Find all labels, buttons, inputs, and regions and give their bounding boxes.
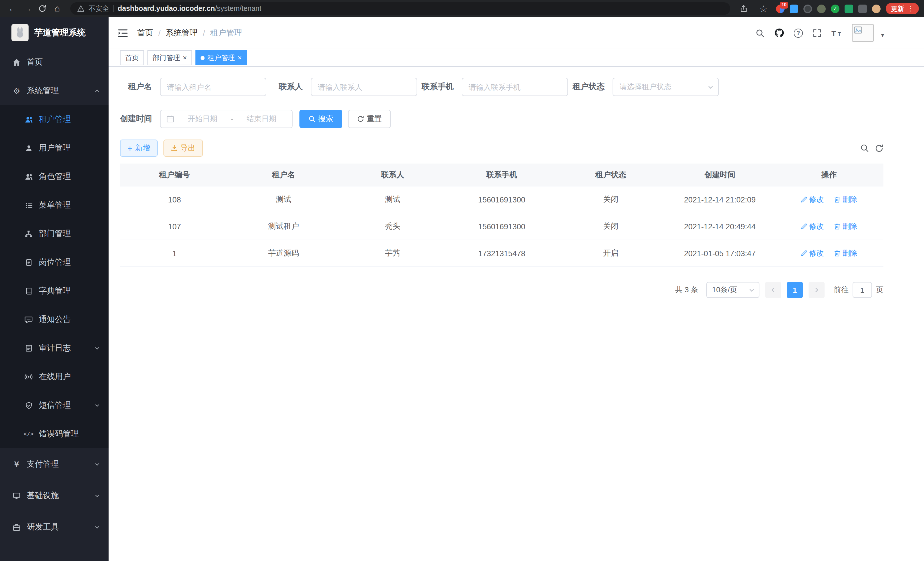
sidebar-item-tenant[interactable]: 租户管理 xyxy=(0,105,109,134)
github-icon[interactable] xyxy=(774,28,784,38)
bookmark-star-icon[interactable]: ☆ xyxy=(756,1,771,16)
reset-button-label: 重置 xyxy=(367,114,382,124)
extension-icon-6[interactable] xyxy=(844,4,853,13)
fullscreen-icon[interactable] xyxy=(813,28,822,38)
tenant-name-input[interactable] xyxy=(160,78,266,96)
tab-label: 租户管理 xyxy=(207,53,235,63)
cell-id: 1 xyxy=(120,249,229,258)
next-page-button[interactable] xyxy=(808,282,825,298)
sidebar-item-devtools[interactable]: 研发工具 xyxy=(0,511,109,543)
col-header: 操作 xyxy=(774,170,884,180)
help-icon[interactable]: ? xyxy=(794,28,803,38)
search-button[interactable]: 搜索 xyxy=(299,110,342,128)
close-icon[interactable]: × xyxy=(238,54,242,61)
extension-icon-1[interactable]: 10 xyxy=(776,4,784,13)
main: 首页 / 系统管理 / 租户管理 ? xyxy=(109,17,924,561)
date-range-picker[interactable]: 开始日期 - 结束日期 xyxy=(160,110,292,128)
tab-dept[interactable]: 部门管理 × xyxy=(147,50,192,65)
extension-icon-2[interactable] xyxy=(790,4,798,13)
pagination: 共 3 条 10条/页 1 前往 页 xyxy=(120,282,884,298)
goto-page-input[interactable] xyxy=(853,282,872,298)
sidebar-item-system[interactable]: ⚙ 系统管理 xyxy=(0,77,109,105)
sidebar-item-infra[interactable]: 基础设施 xyxy=(0,480,109,511)
delete-link[interactable]: 删除 xyxy=(834,248,857,259)
sidebar-item-audit-log[interactable]: 审计日志 xyxy=(0,334,109,362)
sidebar-item-post[interactable]: 岗位管理 xyxy=(0,248,109,277)
avatar[interactable] xyxy=(852,24,874,42)
tab-tenant[interactable]: 租户管理 × xyxy=(195,50,247,65)
breadcrumb-system[interactable]: 系统管理 xyxy=(166,28,198,38)
url-path: /system/tenant xyxy=(215,5,261,13)
edit-link[interactable]: 修改 xyxy=(800,248,824,259)
browser-update-button[interactable]: 更新 ⋮ xyxy=(886,3,919,14)
edit-icon xyxy=(800,223,807,230)
status-select[interactable]: 请选择租户状态 xyxy=(613,78,719,96)
cell-id: 108 xyxy=(120,195,229,204)
browser-update-label: 更新 xyxy=(891,4,904,13)
sidebar-item-menu[interactable]: 菜单管理 xyxy=(0,191,109,220)
sidebar-item-role[interactable]: 角色管理 xyxy=(0,162,109,191)
breadcrumb-home[interactable]: 首页 xyxy=(137,28,153,38)
reload-icon[interactable] xyxy=(35,1,50,16)
cell-phone: 17321315478 xyxy=(447,249,556,258)
sidebar-item-dept[interactable]: 部门管理 xyxy=(0,220,109,248)
extension-icon-5[interactable]: ✓ xyxy=(831,4,839,13)
plus-icon: + xyxy=(128,144,133,152)
sidebar-fold-icon[interactable] xyxy=(118,28,128,38)
edit-link[interactable]: 修改 xyxy=(800,221,824,232)
font-size-icon[interactable]: TT xyxy=(831,29,842,37)
filter-row-2: 创建时间 开始日期 - 结束日期 搜索 重置 xyxy=(120,110,913,128)
extension-icon-4[interactable] xyxy=(817,4,826,13)
refresh-table-icon[interactable] xyxy=(875,144,884,152)
sidebar-item-notice[interactable]: 通知公告 xyxy=(0,305,109,334)
search-toggle-icon[interactable] xyxy=(860,144,869,153)
extension-icon-7[interactable] xyxy=(858,4,867,13)
edit-link[interactable]: 修改 xyxy=(800,194,824,205)
security-label[interactable]: 不安全 xyxy=(88,4,109,14)
chevron-down-icon xyxy=(94,403,100,408)
search-button-label: 搜索 xyxy=(318,114,333,124)
sidebar-item-label: 角色管理 xyxy=(39,171,71,182)
delete-link[interactable]: 删除 xyxy=(834,194,857,205)
sidebar-item-user[interactable]: 用户管理 xyxy=(0,134,109,162)
browser-menu-icon[interactable]: ⋮ xyxy=(907,5,914,13)
home-icon-chrome[interactable]: ⌂ xyxy=(50,1,64,16)
sidebar-item-dict[interactable]: 字典管理 xyxy=(0,277,109,305)
sidebar-item-online-users[interactable]: 在线用户 xyxy=(0,362,109,391)
sidebar-item-sms[interactable]: 短信管理 xyxy=(0,391,109,420)
caret-down-icon[interactable]: ▾ xyxy=(881,32,884,38)
shield-icon xyxy=(24,402,33,409)
sidebar-item-payment[interactable]: ¥ 支付管理 xyxy=(0,448,109,480)
back-icon[interactable]: ← xyxy=(5,1,20,16)
date-start-placeholder[interactable]: 开始日期 xyxy=(178,114,227,124)
delete-link[interactable]: 删除 xyxy=(834,221,857,232)
reset-button[interactable]: 重置 xyxy=(348,110,391,128)
export-button[interactable]: 导出 xyxy=(164,140,203,157)
code-icon: </> xyxy=(24,431,33,437)
tab-home[interactable]: 首页 xyxy=(120,50,144,65)
add-button[interactable]: + 新增 xyxy=(120,140,158,157)
contact-input[interactable] xyxy=(311,78,417,96)
phone-input[interactable] xyxy=(462,78,568,96)
cell-status: 关闭 xyxy=(556,221,665,232)
cell-name: 芋道源码 xyxy=(229,248,338,259)
forward-icon[interactable]: → xyxy=(20,1,35,16)
sidebar-item-home[interactable]: 首页 xyxy=(0,48,109,77)
cell-contact: 芋艿 xyxy=(338,248,447,259)
extension-icon-3[interactable] xyxy=(803,4,812,13)
browser-chrome: ← → ⌂ 不安全 dashboard.yudao.iocoder.cn/sys… xyxy=(0,0,924,17)
page-number-button[interactable]: 1 xyxy=(787,282,803,298)
share-icon[interactable] xyxy=(736,1,751,16)
prev-page-button[interactable] xyxy=(765,282,781,298)
tenant-table: 租户编号 租户名 联系人 联系手机 租户状态 创建时间 操作 108 测试 测试… xyxy=(120,164,884,267)
sidebar-item-label: 用户管理 xyxy=(39,143,71,153)
cell-contact: 测试 xyxy=(338,194,447,205)
sidebar-item-error-code[interactable]: </> 错误码管理 xyxy=(0,420,109,448)
address-bar[interactable]: 不安全 dashboard.yudao.iocoder.cn/system/te… xyxy=(70,2,730,15)
close-icon[interactable]: × xyxy=(183,54,187,61)
page-size-select[interactable]: 10条/页 xyxy=(706,282,759,298)
cell-actions: 修改 删除 xyxy=(774,221,884,232)
profile-avatar-icon[interactable] xyxy=(872,4,880,13)
date-end-placeholder[interactable]: 结束日期 xyxy=(237,114,286,124)
search-icon[interactable] xyxy=(755,28,765,38)
